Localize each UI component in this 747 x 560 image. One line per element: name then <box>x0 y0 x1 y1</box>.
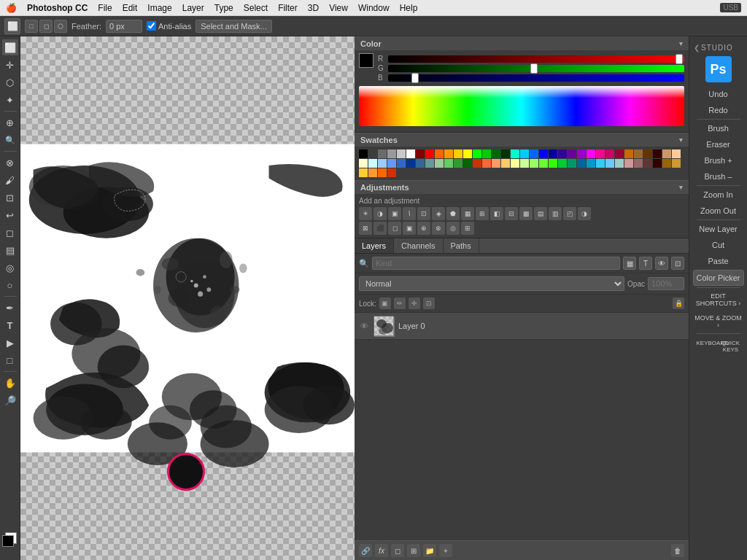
swatch-item[interactable] <box>425 159 434 168</box>
swatch-item[interactable] <box>444 149 453 158</box>
swatch-item[interactable] <box>624 159 633 168</box>
delete-layer-icon[interactable]: 🗑 <box>671 544 684 557</box>
opacity-input[interactable] <box>648 277 684 290</box>
swatch-item[interactable] <box>378 168 387 177</box>
swatch-item[interactable] <box>368 168 377 177</box>
shape-tool[interactable]: □ <box>2 352 18 368</box>
studio-paste-btn[interactable]: Paste <box>693 254 744 268</box>
swatch-item[interactable] <box>587 149 595 158</box>
swatch-item[interactable] <box>634 149 643 158</box>
layer-eye-icon[interactable]: 👁 <box>359 321 369 331</box>
blur-tool[interactable]: ◎ <box>2 260 18 276</box>
path-selection-tool[interactable]: ▶ <box>2 335 18 351</box>
swatch-item[interactable] <box>425 149 434 158</box>
adj-invert[interactable]: ◑ <box>578 207 591 220</box>
swatch-item[interactable] <box>605 159 614 168</box>
swatch-item[interactable] <box>634 159 643 168</box>
swatch-item[interactable] <box>653 149 662 158</box>
adj-hue[interactable]: ⬟ <box>446 207 460 220</box>
g-slider[interactable] <box>388 65 684 72</box>
history-brush-tool[interactable]: ↩ <box>2 207 18 223</box>
swatch-item[interactable] <box>558 159 567 168</box>
swatch-item[interactable] <box>387 149 396 158</box>
studio-quick-keys-btn[interactable]: QUICK KEYS <box>720 338 742 354</box>
link-layers-icon[interactable]: 🔗 <box>359 544 372 557</box>
pen-tool[interactable]: ✒ <box>2 300 18 316</box>
adj-levels[interactable]: ▣ <box>388 207 401 220</box>
studio-brush-plus-btn[interactable]: Brush + <box>693 153 744 168</box>
adj-extra3[interactable]: ◻ <box>388 222 401 235</box>
adj-exposure[interactable]: ⊡ <box>417 207 430 220</box>
adj-extra4[interactable]: ▣ <box>403 222 416 235</box>
swatch-item[interactable] <box>387 159 396 168</box>
adj-black-white[interactable]: ◧ <box>490 207 503 220</box>
menu-window[interactable]: Window <box>358 3 390 13</box>
ps-app-icon[interactable]: Ps <box>705 56 732 82</box>
menu-select[interactable]: Select <box>244 3 268 13</box>
swatch-item[interactable] <box>624 149 633 158</box>
swatch-item[interactable] <box>454 159 462 168</box>
menu-file[interactable]: File <box>98 3 112 13</box>
new-layer-icon[interactable]: + <box>439 544 452 557</box>
antialias-checkbox-wrap[interactable]: Anti-alias <box>147 21 191 31</box>
adj-selective-color[interactable]: ◰ <box>563 207 576 220</box>
tab-channels[interactable]: Channels <box>394 238 443 253</box>
swatch-item[interactable] <box>662 159 671 168</box>
feather-input[interactable] <box>106 20 142 33</box>
swatch-item[interactable] <box>463 149 472 158</box>
swatch-item[interactable] <box>615 149 624 158</box>
lock-transparent[interactable]: ▣ <box>379 298 391 309</box>
menu-filter[interactable]: Filter <box>278 3 298 13</box>
menu-type[interactable]: Type <box>214 3 233 13</box>
swatch-item[interactable] <box>577 159 586 168</box>
menu-help[interactable]: Help <box>400 3 418 13</box>
swatch-item[interactable] <box>368 149 377 158</box>
swatch-item[interactable] <box>643 159 652 168</box>
adj-vibrance[interactable]: ◈ <box>432 207 445 220</box>
adj-brightness[interactable]: ☀ <box>359 207 372 220</box>
move-tool[interactable]: ✛ <box>2 57 18 73</box>
layer-link-icon[interactable]: T <box>639 257 652 270</box>
swatch-item[interactable] <box>492 159 500 168</box>
tab-layers[interactable]: Layers <box>355 238 394 253</box>
dodge-tool[interactable]: ○ <box>2 277 18 293</box>
swatch-item[interactable] <box>359 168 368 177</box>
swatch-item[interactable] <box>549 159 557 168</box>
spot-healing-tool[interactable]: ⊗ <box>2 155 18 171</box>
swatch-item[interactable] <box>454 149 462 158</box>
swatch-item[interactable] <box>482 149 491 158</box>
swatch-item[interactable] <box>359 159 368 168</box>
lock-position[interactable]: ✛ <box>409 298 420 309</box>
studio-move-zoom-btn[interactable]: MOVE & ZOOM › <box>693 311 744 332</box>
adj-threshold[interactable]: ▥ <box>549 207 562 220</box>
r-thumb[interactable] <box>676 54 683 64</box>
swatch-item[interactable] <box>435 159 444 168</box>
adj-color-balance[interactable]: ⊞ <box>476 207 489 220</box>
kind-search[interactable] <box>372 257 620 270</box>
swatch-item[interactable] <box>596 159 605 168</box>
swatch-item[interactable] <box>406 149 415 158</box>
swatch-item[interactable] <box>501 149 510 158</box>
swatch-item[interactable] <box>511 149 519 158</box>
swatch-item[interactable] <box>615 159 624 168</box>
swatch-item[interactable] <box>378 159 387 168</box>
adj-extra5[interactable]: ⊕ <box>417 222 430 235</box>
swatch-item[interactable] <box>568 149 576 158</box>
swatch-item[interactable] <box>577 149 586 158</box>
adj-saturation[interactable]: ▦ <box>461 207 474 220</box>
swatch-item[interactable] <box>568 159 576 168</box>
layer-filter-icon[interactable]: ▦ <box>623 257 636 270</box>
menu-view[interactable]: View <box>329 3 348 13</box>
adj-extra7[interactable]: ◎ <box>446 222 460 235</box>
layer-row[interactable]: 👁 Layer 0 <box>355 313 689 340</box>
swatch-item[interactable] <box>643 149 652 158</box>
folder-icon[interactable]: 📁 <box>423 544 436 557</box>
blend-mode-select[interactable]: Normal Multiply Screen Overlay <box>359 276 624 291</box>
menu-image[interactable]: Image <box>147 3 171 13</box>
studio-keyboard-btn[interactable]: KEYBOARD <box>695 338 717 354</box>
swatch-item[interactable] <box>492 149 500 158</box>
swatch-item[interactable] <box>406 159 415 168</box>
studio-edit-shortcuts-btn[interactable]: EDIT SHORTCUTS › <box>693 289 744 310</box>
swatch-item[interactable] <box>416 149 425 158</box>
type-tool[interactable]: T <box>2 317 18 333</box>
